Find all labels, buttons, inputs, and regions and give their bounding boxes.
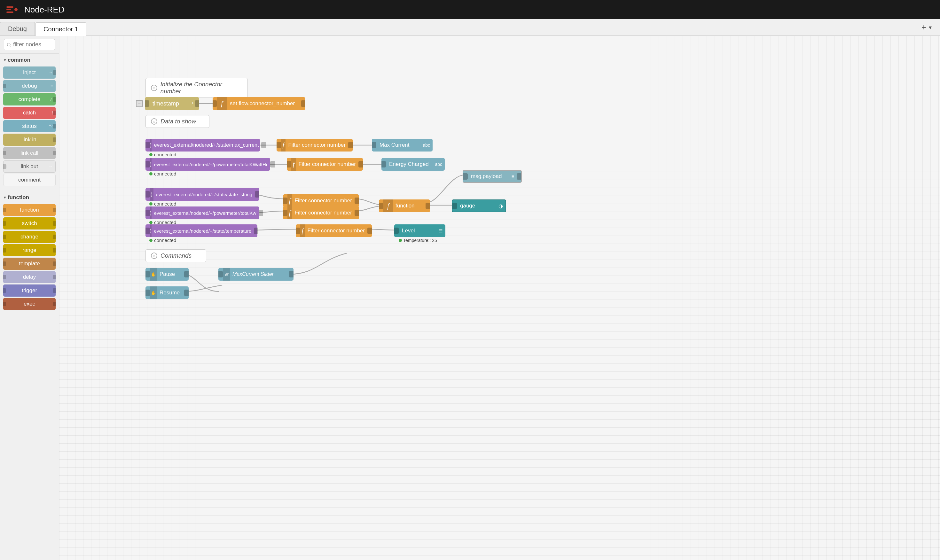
chevron-icon: ▾ bbox=[4, 195, 6, 200]
function-main-label: function bbox=[393, 203, 426, 209]
inject-checkbox[interactable]: → bbox=[136, 100, 143, 107]
search-container bbox=[0, 36, 59, 54]
node-filter4[interactable]: f Filter connector number bbox=[283, 206, 359, 219]
sidebar-item-status[interactable]: status 〜 bbox=[3, 120, 55, 132]
filter3-label: Filter connector number bbox=[292, 197, 355, 204]
port-right bbox=[53, 111, 56, 115]
sidebar-item-trigger[interactable]: trigger bbox=[3, 285, 55, 297]
sidebar-item-function[interactable]: function bbox=[3, 204, 55, 216]
port-right bbox=[53, 275, 56, 279]
node-filter2[interactable]: f Filter connector number bbox=[287, 158, 363, 171]
energy-badge: abc bbox=[435, 162, 445, 167]
port-right bbox=[53, 137, 56, 142]
node-resume[interactable]: ✋ Resume bbox=[146, 286, 189, 299]
node-gauge[interactable]: gauge ◑ bbox=[452, 200, 506, 212]
tab-debug[interactable]: Debug bbox=[0, 22, 35, 35]
canvas[interactable]: ○ Initialize the Connector number timest… bbox=[59, 36, 940, 560]
msg-payload-icon: ≡ bbox=[512, 174, 517, 179]
node-label: range bbox=[22, 247, 36, 254]
node-mqtt-state-string[interactable]: ) everest_external/nodered/+/state/state… bbox=[146, 188, 259, 201]
chevron-down-icon: ▾ bbox=[929, 24, 932, 31]
sidebar-item-range[interactable]: range bbox=[3, 244, 55, 256]
f-icon: f bbox=[281, 139, 286, 151]
node-level[interactable]: Level ☰ Temperature:: 25 bbox=[394, 225, 445, 237]
sidebar-item-change[interactable]: change bbox=[3, 231, 55, 243]
sidebar-item-inject[interactable]: inject → bbox=[3, 66, 55, 78]
node-mqtt-kwatthr[interactable]: ) everest_external/nodered/+/powermeter/… bbox=[146, 158, 270, 171]
node-filter3[interactable]: f Filter connector number bbox=[283, 194, 359, 207]
node-maxcurrent-slider[interactable]: ⊟ MaxCurrent Slider bbox=[218, 268, 294, 281]
node-mqtt-totalkw[interactable]: ) everest_external/nodered/+/powermeter/… bbox=[146, 206, 259, 219]
port-right bbox=[53, 262, 56, 266]
node-label: exec bbox=[24, 301, 35, 307]
temperature-label: Temperature:: 25 bbox=[399, 238, 437, 243]
section-function-label: function bbox=[8, 194, 29, 201]
topbar: Node-RED bbox=[0, 0, 940, 19]
chevron-icon: ▾ bbox=[4, 58, 6, 62]
sidebar-item-link-out[interactable]: link out → bbox=[3, 160, 55, 172]
comment-icon: ○ bbox=[151, 85, 157, 91]
port-left bbox=[3, 235, 6, 239]
node-set-flow[interactable]: f set flow.connector_number bbox=[212, 97, 305, 110]
comment-data-to-show[interactable]: ○ Data to show bbox=[146, 115, 209, 128]
comment-text: Initialize the Connector number bbox=[160, 81, 242, 95]
node-label: link out bbox=[21, 163, 38, 170]
node-mqtt-max-current[interactable]: ) everest_external/nodered/+/state/max_c… bbox=[146, 139, 260, 151]
set-flow-label: set flow.connector_number bbox=[227, 100, 301, 107]
node-label: link in bbox=[22, 137, 36, 143]
node-label: switch bbox=[22, 220, 37, 227]
comment-text: Data to show bbox=[160, 118, 196, 125]
section-function[interactable]: ▾ function bbox=[0, 191, 59, 203]
node-max-current[interactable]: Max Current abc bbox=[372, 139, 432, 151]
sidebar-item-catch[interactable]: catch ! bbox=[3, 107, 55, 119]
port-right bbox=[53, 208, 56, 212]
port-right bbox=[53, 248, 56, 252]
search-input[interactable] bbox=[4, 39, 55, 50]
sidebar-item-link-call[interactable]: link call bbox=[3, 147, 55, 159]
port-left bbox=[3, 275, 6, 279]
comment-icon: ○ bbox=[151, 252, 157, 259]
node-filter5[interactable]: f Filter connector number bbox=[296, 225, 372, 237]
sidebar-item-debug[interactable]: debug ≡ bbox=[3, 80, 55, 92]
section-common[interactable]: ▾ common bbox=[0, 54, 59, 65]
node-label: complete bbox=[18, 96, 41, 103]
mqtt-icon: ) bbox=[150, 188, 154, 201]
tab-add[interactable]: + ▾ bbox=[918, 22, 935, 32]
node-label: debug bbox=[22, 83, 37, 89]
sidebar-item-switch[interactable]: switch bbox=[3, 217, 55, 229]
node-filter1[interactable]: f Filter connector number bbox=[277, 139, 353, 151]
sidebar-item-link-in[interactable]: link in bbox=[3, 134, 55, 146]
port-left bbox=[3, 248, 6, 252]
mqtt2-label: everest_external/nodered/+/powermeter/to… bbox=[152, 162, 270, 167]
plus-icon: + bbox=[922, 22, 926, 32]
energy-charged-label: Energy Charged bbox=[386, 161, 435, 168]
node-function-main[interactable]: f function bbox=[379, 200, 430, 212]
port-left bbox=[3, 288, 6, 293]
port-right bbox=[53, 124, 56, 129]
comment-commands[interactable]: ○ Commands bbox=[146, 249, 206, 262]
node-mqtt-temperature[interactable]: ) everest_external/nodered/+/state/tempe… bbox=[146, 225, 257, 237]
tab-connector1[interactable]: Connector 1 bbox=[35, 22, 86, 36]
port-left bbox=[3, 221, 6, 226]
node-pause[interactable]: ✋ Pause bbox=[146, 268, 189, 281]
node-label: delay bbox=[23, 274, 36, 280]
comment-initialize[interactable]: ○ Initialize the Connector number bbox=[146, 78, 248, 98]
node-msg-payload[interactable]: msg.payload ≡ bbox=[463, 170, 522, 183]
port-right bbox=[53, 70, 56, 75]
list-icon: ≡ bbox=[51, 83, 53, 89]
sidebar-item-delay[interactable]: delay bbox=[3, 271, 55, 283]
mqtt1-status: connected bbox=[149, 152, 176, 157]
max-current-badge: abc bbox=[423, 143, 432, 148]
sidebar-item-exec[interactable]: exec bbox=[3, 298, 55, 310]
node-timestamp[interactable]: timestamp ¹ → bbox=[145, 97, 199, 110]
section-common-label: common bbox=[8, 57, 30, 63]
sidebar-item-template[interactable]: template bbox=[3, 258, 55, 270]
node-energy-charged[interactable]: Energy Charged abc bbox=[382, 158, 445, 171]
sidebar-item-comment[interactable]: comment bbox=[3, 174, 55, 186]
port-left bbox=[3, 164, 6, 169]
slider-label: MaxCurrent Slider bbox=[230, 271, 289, 277]
sidebar-item-complete[interactable]: complete ✓ bbox=[3, 93, 55, 106]
gauge-icon: ◑ bbox=[498, 203, 506, 209]
port-right bbox=[53, 151, 56, 155]
gauge-label: gauge bbox=[457, 203, 498, 209]
